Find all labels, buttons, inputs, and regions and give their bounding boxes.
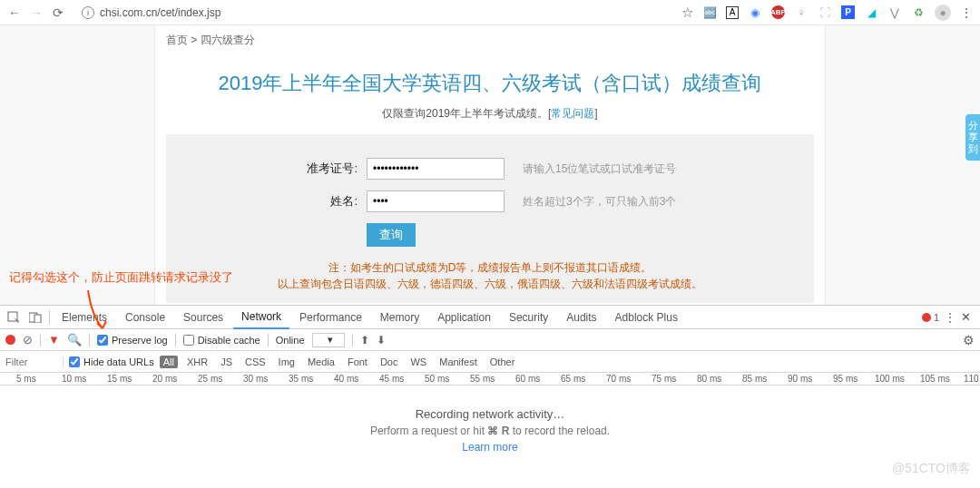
type-manifest[interactable]: Manifest xyxy=(436,356,481,368)
type-css[interactable]: CSS xyxy=(241,356,270,368)
forward-button[interactable]: → xyxy=(29,5,44,20)
network-filter-bar: Hide data URLs All XHR JS CSS Img Media … xyxy=(0,351,980,373)
content-card: 首页 > 四六级查分 2019年上半年全国大学英语四、六级考试（含口试）成绩查询… xyxy=(154,25,826,305)
settings-icon[interactable]: ⚙ xyxy=(963,333,975,347)
devtools-close-icon[interactable]: ✕ xyxy=(961,310,971,324)
p-icon[interactable]: P xyxy=(841,5,855,19)
upload-har-icon[interactable]: ⬆ xyxy=(360,334,369,346)
font-icon[interactable]: A xyxy=(726,6,739,19)
device-icon[interactable] xyxy=(25,309,45,326)
filter-input[interactable] xyxy=(5,356,64,367)
error-badge[interactable]: 1 xyxy=(922,312,939,323)
breadcrumb: 首页 > 四六级查分 xyxy=(155,25,825,55)
loop-icon[interactable]: ◢ xyxy=(864,5,878,20)
tab-memory[interactable]: Memory xyxy=(372,306,427,329)
cat-icon[interactable]: ⛶ xyxy=(818,5,832,20)
name-label: 姓名: xyxy=(236,193,358,210)
throttle-select[interactable]: ▾ xyxy=(312,333,345,347)
devtools-tabs: Elements Console Sources Network Perform… xyxy=(0,306,980,329)
ticket-input[interactable] xyxy=(367,158,505,180)
download-har-icon[interactable]: ⬇ xyxy=(377,334,386,346)
reload-button[interactable]: ⟳ xyxy=(51,5,65,20)
address-bar[interactable]: i chsi.com.cn/cet/index.jsp xyxy=(82,6,220,19)
down-icon[interactable]: ⋁ xyxy=(887,5,902,20)
lens-icon[interactable]: ◉ xyxy=(748,5,762,20)
tab-console[interactable]: Console xyxy=(117,306,173,329)
tab-adblock[interactable]: Adblock Plus xyxy=(607,306,686,329)
tab-application[interactable]: Application xyxy=(429,306,499,329)
search-icon[interactable]: 🔍 xyxy=(67,333,82,346)
preserve-log-checkbox[interactable]: Preserve log xyxy=(97,335,168,346)
type-font[interactable]: Font xyxy=(344,356,371,368)
network-toolbar: ⊘ ▼ 🔍 Preserve log Disable cache Online … xyxy=(0,329,980,351)
record-button[interactable] xyxy=(5,335,15,345)
disable-cache-checkbox[interactable]: Disable cache xyxy=(183,335,260,346)
translate-icon[interactable]: 🔤 xyxy=(702,5,717,20)
bulb-icon[interactable]: ♀ xyxy=(794,5,808,20)
type-xhr[interactable]: XHR xyxy=(183,356,211,368)
breadcrumb-sep: > xyxy=(191,34,197,46)
breadcrumb-home[interactable]: 首页 xyxy=(166,34,188,46)
back-button[interactable]: ← xyxy=(7,5,22,20)
hint-label: Perform a request or hit ⌘ R to record t… xyxy=(370,425,610,437)
devtools-status: 1 ⋮ ✕ xyxy=(922,310,976,324)
type-media[interactable]: Media xyxy=(304,356,338,368)
filter-icon[interactable]: ▼ xyxy=(48,333,60,346)
learn-more-link[interactable]: Learn more xyxy=(462,441,517,454)
ticket-hint: 请输入15位笔试或口试准考证号 xyxy=(523,161,676,177)
clear-icon[interactable]: ⊘ xyxy=(23,333,33,346)
svg-rect-2 xyxy=(34,315,41,323)
page-content: 首页 > 四六级查分 2019年上半年全国大学英语四、六级考试（含口试）成绩查询… xyxy=(0,25,980,305)
toolbar-right: ☆ 🔤 A ◉ ABP ♀ ⛶ P ◢ ⋁ ♻ ● ⋮ xyxy=(681,5,973,21)
tab-performance[interactable]: Performance xyxy=(291,306,370,329)
hide-data-urls-checkbox[interactable]: Hide data URLs xyxy=(69,356,154,367)
network-timeline[interactable]: 5 ms 10 ms 15 ms 20 ms 25 ms 30 ms 35 ms… xyxy=(0,373,980,386)
recording-label: Recording network activity… xyxy=(416,407,565,421)
share-tab[interactable]: 分享到 xyxy=(965,114,980,161)
name-hint: 姓名超过3个字，可只输入前3个 xyxy=(523,194,676,210)
online-label: Online xyxy=(276,335,305,346)
tab-security[interactable]: Security xyxy=(501,306,556,329)
ticket-row: 准考证号: 请输入15位笔试或口试准考证号 xyxy=(236,158,744,180)
ticket-label: 准考证号: xyxy=(236,161,358,177)
tab-elements[interactable]: Elements xyxy=(54,306,115,329)
submit-row: 查询 xyxy=(236,223,744,247)
inspect-icon[interactable] xyxy=(4,309,24,326)
type-img[interactable]: Img xyxy=(275,356,299,368)
note-line-1: 注：如考生的口试成绩为D等，成绩报告单上则不报道其口语成绩。 xyxy=(166,259,814,276)
page-title: 2019年上半年全国大学英语四、六级考试（含口试）成绩查询 xyxy=(155,55,825,106)
query-button[interactable]: 查询 xyxy=(367,223,416,247)
faq-link[interactable]: 常见问题 xyxy=(551,107,594,120)
query-form: 准考证号: 请输入15位笔试或口试准考证号 姓名: 姓名超过3个字，可只输入前3… xyxy=(166,134,814,303)
site-info-icon[interactable]: i xyxy=(82,6,94,19)
user-annotation: 记得勾选这个，防止页面跳转请求记录没了 xyxy=(9,269,233,286)
tab-audits[interactable]: Audits xyxy=(558,306,604,329)
devtools-panel: Elements Console Sources Network Perform… xyxy=(0,305,980,474)
type-ws[interactable]: WS xyxy=(407,356,430,368)
bookmark-icon[interactable]: ☆ xyxy=(681,5,693,21)
tab-network[interactable]: Network xyxy=(233,306,289,329)
menu-icon[interactable]: ⋮ xyxy=(960,5,973,20)
form-notes: 注：如考生的口试成绩为D等，成绩报告单上则不报道其口语成绩。 以上查询包含日语四… xyxy=(166,259,814,292)
browser-toolbar: ← → ⟳ i chsi.com.cn/cet/index.jsp ☆ 🔤 A … xyxy=(0,0,980,25)
breadcrumb-current: 四六级查分 xyxy=(201,34,255,46)
type-other[interactable]: Other xyxy=(486,356,519,368)
network-body: Recording network activity… Perform a re… xyxy=(0,386,980,474)
name-row: 姓名: 姓名超过3个字，可只输入前3个 xyxy=(236,190,744,212)
url-text: chsi.com.cn/cet/index.jsp xyxy=(100,6,220,19)
adblock-icon[interactable]: ABP xyxy=(771,5,785,19)
watermark: @51CTO博客 xyxy=(892,461,971,477)
note-line-2: 以上查询包含日语四级、六级，德语四级、六级，俄语四级、六级和法语四级考试成绩。 xyxy=(166,276,814,292)
tab-sources[interactable]: Sources xyxy=(175,306,231,329)
avatar-icon[interactable]: ● xyxy=(935,5,951,21)
page-subtitle: 仅限查询2019年上半年考试成绩。[常见问题] xyxy=(155,106,825,131)
name-input[interactable] xyxy=(367,190,505,212)
type-all[interactable]: All xyxy=(160,356,178,368)
recycle-icon[interactable]: ♻ xyxy=(911,5,926,20)
devtools-more-icon[interactable]: ⋮ xyxy=(945,311,956,324)
type-js[interactable]: JS xyxy=(217,356,236,368)
type-doc[interactable]: Doc xyxy=(377,356,402,368)
